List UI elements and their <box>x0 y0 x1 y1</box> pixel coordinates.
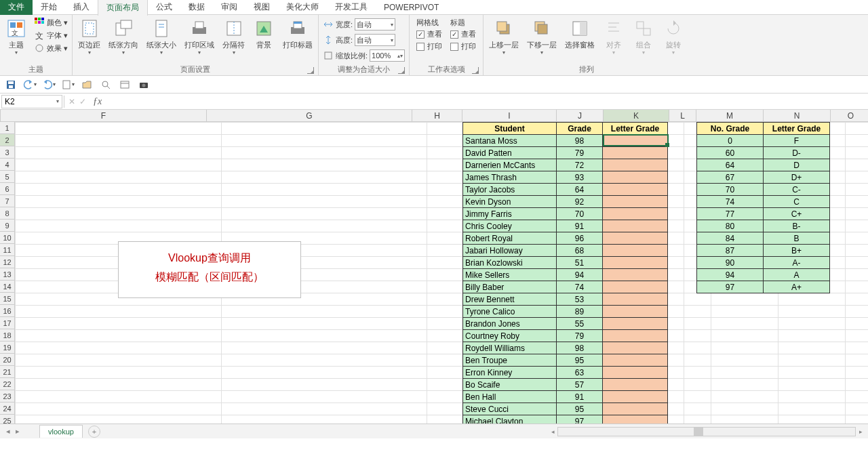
headings-view-check[interactable]: ✓查看 <box>450 28 476 40</box>
table-row: Bo Scaife57 <box>463 379 668 391</box>
tab-formulas[interactable]: 公式 <box>148 0 180 15</box>
row-header-9[interactable]: 9 <box>0 220 14 232</box>
row-header-20[interactable]: 20 <box>0 354 14 366</box>
size-button[interactable]: 纸张大小▾ <box>144 16 179 57</box>
align-button[interactable]: 对齐▾ <box>600 16 627 57</box>
row-header-7[interactable]: 7 <box>0 195 14 207</box>
student-letter <box>603 306 668 318</box>
undo-button[interactable]: ▾ <box>23 78 37 91</box>
orientation-button[interactable]: 纸张方向▾ <box>106 16 141 57</box>
row-header-4[interactable]: 4 <box>0 159 14 171</box>
new-button[interactable]: ▾ <box>61 78 75 91</box>
tab-powerpivot[interactable]: POWERPIVOT <box>376 1 447 14</box>
row-header-14[interactable]: 14 <box>0 281 14 293</box>
open-button[interactable] <box>80 78 94 91</box>
row-header-10[interactable]: 10 <box>0 232 14 244</box>
hscroll-right[interactable]: ▸ <box>856 427 865 436</box>
col-header-H[interactable]: H <box>412 110 462 121</box>
preview-button[interactable] <box>99 78 113 91</box>
col-header-L[interactable]: L <box>669 110 696 121</box>
col-header-F[interactable]: F <box>1 110 207 121</box>
redo-button[interactable]: ▾ <box>42 78 56 91</box>
formula-input[interactable] <box>104 100 868 103</box>
print-area-button[interactable]: 打印区域▾ <box>182 16 217 57</box>
cells-area[interactable]: Vlookup查询调用 模糊匹配（区间匹配） Student Grade Let… <box>15 122 868 424</box>
row-header-13[interactable]: 13 <box>0 268 14 281</box>
save-button[interactable] <box>4 78 18 91</box>
textbox-shape[interactable]: Vlookup查询调用 模糊匹配（区间匹配） <box>118 241 301 298</box>
col-header-O[interactable]: O <box>831 110 868 121</box>
row-header-18[interactable]: 18 <box>0 329 14 342</box>
group-button[interactable]: 组合▾ <box>630 16 657 57</box>
row-header-5[interactable]: 5 <box>0 171 14 183</box>
col-header-J[interactable]: J <box>557 110 604 121</box>
row-header-3[interactable]: 3 <box>0 146 14 159</box>
textbox-line1: Vlookup查询调用 <box>125 249 294 268</box>
col-header-M[interactable]: M <box>696 110 764 121</box>
row-header-21[interactable]: 21 <box>0 366 14 378</box>
col-header-G[interactable]: G <box>207 110 412 121</box>
fx-button[interactable]: ƒx <box>90 96 104 107</box>
form-button[interactable] <box>118 78 132 91</box>
row-header-6[interactable]: 6 <box>0 183 14 195</box>
theme-fonts[interactable]: 文字体 ▾ <box>33 29 69 41</box>
gridlines-print-check[interactable]: 打印 <box>416 41 442 52</box>
row-header-8[interactable]: 8 <box>0 207 14 220</box>
margins-button[interactable]: 页边距▾ <box>75 16 103 57</box>
col-header-K[interactable]: K <box>604 110 669 121</box>
tab-review[interactable]: 审阅 <box>213 0 245 15</box>
scale-launcher[interactable] <box>398 67 405 74</box>
height-select[interactable]: 自动▾ <box>355 34 395 46</box>
row-header-2[interactable]: 2 <box>0 134 14 146</box>
tab-view[interactable]: 视图 <box>245 0 278 15</box>
tab-file[interactable]: 文件 <box>0 0 33 15</box>
row-header-11[interactable]: 11 <box>0 244 14 256</box>
row-header-19[interactable]: 19 <box>0 342 14 354</box>
theme-effects[interactable]: 效果 ▾ <box>33 42 69 54</box>
breaks-button[interactable]: 分隔符▾ <box>220 16 248 57</box>
bring-forward-button[interactable]: 上移一层▾ <box>486 16 521 57</box>
tab-beautify[interactable]: 美化大师 <box>278 0 327 15</box>
zoom-select[interactable]: 100%▴▾ <box>370 49 405 62</box>
table-row: 77C+ <box>697 208 830 220</box>
sheet-tab-vlookup[interactable]: vlookup <box>39 425 83 438</box>
headings-print-check[interactable]: 打印 <box>450 41 476 52</box>
tab-developer[interactable]: 开发工具 <box>327 0 376 15</box>
hscroll-left[interactable]: ◂ <box>548 427 557 436</box>
gridlines-view-check[interactable]: ✓查看 <box>416 28 442 40</box>
camera-button[interactable] <box>137 78 151 91</box>
sheet-nav-prev[interactable]: ◂ <box>4 427 12 436</box>
col-header-I[interactable]: I <box>462 110 557 121</box>
name-box[interactable]: K2▾ <box>1 95 62 108</box>
sheet-nav-next[interactable]: ▸ <box>14 427 22 436</box>
new-sheet-button[interactable]: + <box>88 426 100 438</box>
row-header-16[interactable]: 16 <box>0 305 14 317</box>
themes-button[interactable]: 文 主题▾ <box>3 16 30 57</box>
width-select[interactable]: 自动▾ <box>355 18 395 30</box>
row-header-25[interactable]: 25 <box>0 415 14 424</box>
col-header-N[interactable]: N <box>764 110 831 121</box>
rotate-button[interactable]: 旋转▾ <box>660 16 687 57</box>
tab-data[interactable]: 数据 <box>180 0 213 15</box>
row-header-12[interactable]: 12 <box>0 256 14 268</box>
tab-home[interactable]: 开始 <box>33 0 65 15</box>
row-header-24[interactable]: 24 <box>0 403 14 415</box>
row-header-15[interactable]: 15 <box>0 293 14 305</box>
row-header-23[interactable]: 23 <box>0 390 14 403</box>
background-button[interactable]: 背景 <box>250 16 277 51</box>
print-titles-button[interactable]: 打印标题 <box>280 16 315 51</box>
selection-pane-button[interactable]: 选择窗格 <box>562 16 597 51</box>
sheet-options-launcher[interactable] <box>472 67 479 74</box>
theme-colors[interactable]: 颜色 ▾ <box>33 16 69 28</box>
table-row: Chris Cooley91 <box>463 220 668 232</box>
row-header-1[interactable]: 1 <box>0 122 14 134</box>
tab-insert[interactable]: 插入 <box>65 0 98 15</box>
hscroll-track[interactable] <box>557 427 856 436</box>
tab-page-layout[interactable]: 页面布局 <box>98 0 148 16</box>
student-name: Taylor Jacobs <box>463 184 557 196</box>
hscroll-thumb[interactable] <box>694 428 703 436</box>
row-header-17[interactable]: 17 <box>0 317 14 329</box>
row-header-22[interactable]: 22 <box>0 378 14 390</box>
page-setup-launcher[interactable] <box>307 67 314 74</box>
send-backward-button[interactable]: 下移一层▾ <box>524 16 559 57</box>
